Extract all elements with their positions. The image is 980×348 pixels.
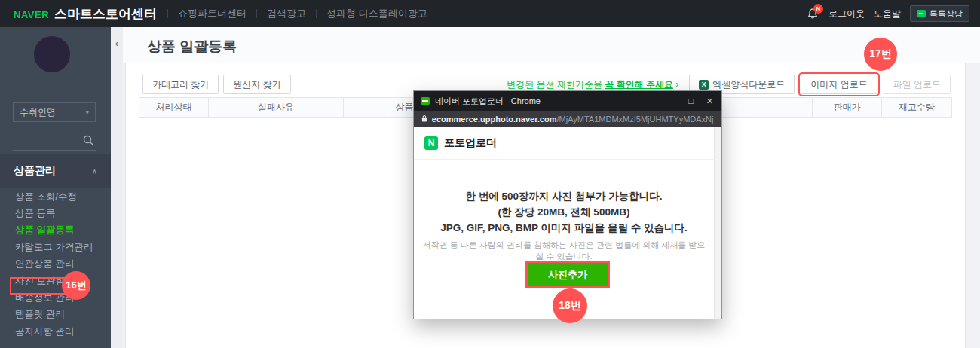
recipient-name-select-value: 수취인명 — [20, 106, 56, 119]
photo-uploader-popup: 네이버 포토업로더 - Chrome — □ ✕ ecommerce.uppho… — [413, 90, 722, 319]
talk-bubble-icon — [917, 10, 926, 17]
sidebar-menu: 상품 조회/수정 상품 등록 상품 일괄등록 카탈로그 가격관리 연관상품 관리… — [0, 188, 111, 340]
nav-divider — [256, 9, 257, 18]
popup-url-domain: ecommerce.upphoto.naver.com — [432, 114, 557, 124]
sidebar-item-notice-management[interactable]: 공지사항 관리 — [0, 323, 111, 340]
lock-icon — [421, 114, 427, 123]
image-upload-button[interactable]: 이미지 업로드 — [801, 75, 877, 94]
page-title: 상품 일괄등록 — [147, 37, 237, 56]
popup-titlebar[interactable]: 네이버 포토업로더 - Chrome — □ ✕ — [414, 91, 721, 111]
sidebar-search-input[interactable] — [13, 131, 96, 151]
upload-instructions: 한 번에 500장까지 사진 첨부가 가능합니다. (한 장당 20MB, 전체… — [421, 188, 706, 236]
uploader-app-name: 포토업로더 — [444, 136, 497, 150]
chrome-window-icon — [421, 97, 430, 105]
nav-shopping-partner-center[interactable]: 쇼핑파트너센터 — [178, 7, 247, 20]
sidebar-section-label: 상품관리 — [14, 164, 56, 178]
option-limit-notice-link[interactable]: 변경된 옵션 제한기준을 꼭 확인해 주세요 › — [507, 78, 678, 91]
help-link[interactable]: 도움말 — [874, 8, 901, 20]
find-origin-button[interactable]: 원산지 찾기 — [223, 75, 290, 94]
excel-template-download-label: 엑셀양식다운로드 — [712, 78, 785, 91]
table-header-sale-price: 판매가 — [813, 98, 882, 117]
sidebar-item-product-bulk-register[interactable]: 상품 일괄등록 — [0, 222, 111, 239]
sidebar-section-product-management[interactable]: 상품관리 ∧ — [0, 154, 111, 188]
sidebar-item-product-register[interactable]: 상품 등록 — [0, 205, 111, 221]
instruction-line-3: JPG, GIF, PNG, BMP 이미지 파일을 올릴 수 있습니다. — [421, 220, 706, 236]
popup-address-bar[interactable]: ecommerce.upphoto.naver.com/MjAyMTA1MDMx… — [414, 111, 721, 127]
screen: NAVER 스마트스토어센터 쇼핑파트너센터 검색광고 성과형 디스플레이광고 … — [0, 0, 980, 348]
annotation-step17-badge: 17번 — [864, 38, 897, 71]
copyright-disclaimer: 저작권 등 다른 사람의 권리를 침해하는 사진은 관련 법률에 의해 제재를 … — [421, 240, 706, 262]
table-header-fail-reason: 실패사유 — [209, 98, 344, 117]
notice-underlined-text: 꼭 확인해 주세요 — [605, 79, 673, 90]
minimize-icon[interactable]: — — [667, 97, 675, 105]
table-header-stock-quantity: 재고수량 — [882, 98, 951, 117]
chevron-down-icon: ▾ — [85, 108, 89, 116]
uploader-header: N 포토업로더 — [414, 127, 721, 160]
notification-badge: N — [813, 4, 823, 14]
nav-divider — [316, 9, 317, 18]
nav-search-ad[interactable]: 검색광고 — [267, 7, 306, 20]
maximize-icon[interactable]: □ — [688, 97, 694, 105]
logout-link[interactable]: 로그아웃 — [828, 8, 865, 20]
naver-n-logo: N — [424, 136, 438, 150]
annotation-step16-badge: 16번 — [62, 271, 90, 300]
sidebar-collapse-strip: ‹ — [111, 27, 123, 348]
popup-url-path: /MjAyMTA1MDMxMzI5MjUHMTYyMDAxNjkxNjI1NQ.… — [557, 114, 715, 124]
naver-logo: NAVER — [14, 9, 49, 20]
avatar[interactable] — [34, 36, 70, 72]
sidebar-item-related-product-management[interactable]: 연관상품 관리 — [0, 256, 111, 273]
sidebar-item-product-search-edit[interactable]: 상품 조회/수정 — [0, 188, 111, 205]
notification-bell-icon[interactable]: N — [806, 7, 819, 20]
chevron-up-icon: ∧ — [92, 167, 97, 176]
file-upload-button[interactable]: 파일 업로드 — [884, 75, 951, 94]
talk-consult-button[interactable]: 톡톡상담 — [910, 5, 969, 22]
close-icon[interactable]: ✕ — [706, 97, 713, 105]
sidebar-item-template-management[interactable]: 템플릿 관리 — [0, 307, 111, 323]
nav-divider — [167, 9, 168, 18]
annotation-step18-badge: 18번 — [553, 288, 587, 323]
page-title-band: 상품 일괄등록 — [123, 27, 980, 63]
talk-consult-label: 톡톡상담 — [929, 8, 963, 20]
table-header-status: 처리상태 — [139, 98, 209, 117]
add-photo-button[interactable]: 사진추가 — [528, 263, 608, 286]
service-title: 스마트스토어센터 — [54, 5, 157, 23]
notice-arrow-icon: › — [675, 79, 678, 90]
sidebar: 수취인명 ▾ 상품관리 ∧ 상품 조회/수정 상품 등록 상품 일괄등록 카탈로… — [0, 27, 111, 348]
recipient-name-select[interactable]: 수취인명 ▾ — [13, 102, 96, 122]
notice-text: 변경된 옵션 제한기준을 — [507, 79, 602, 90]
instruction-line-1: 한 번에 500장까지 사진 첨부가 가능합니다. — [421, 188, 706, 204]
topbar-right: N 로그아웃 도움말 톡톡상담 — [806, 5, 969, 22]
excel-icon: X — [699, 80, 709, 90]
top-nav: 쇼핑파트너센터 검색광고 성과형 디스플레이광고 — [167, 7, 437, 20]
collapse-sidebar-icon[interactable]: ‹ — [111, 38, 123, 49]
popup-scrollbar[interactable] — [714, 127, 721, 319]
instruction-line-2: (한 장당 20MB, 전체 500MB) — [421, 204, 706, 220]
popup-window-title: 네이버 포토업로더 - Chrome — [435, 96, 667, 107]
brand[interactable]: NAVER 스마트스토어센터 — [14, 5, 157, 23]
sidebar-item-catalog-price-management[interactable]: 카탈로그 가격관리 — [0, 239, 111, 255]
search-icon — [82, 134, 94, 146]
topbar: NAVER 스마트스토어센터 쇼핑파트너센터 검색광고 성과형 디스플레이광고 … — [0, 0, 980, 27]
find-category-button[interactable]: 카테고리 찾기 — [142, 75, 219, 94]
panel-left-buttons: 카테고리 찾기 원산지 찾기 — [142, 75, 291, 94]
popup-url: ecommerce.upphoto.naver.com/MjAyMTA1MDMx… — [432, 114, 714, 124]
annotation-step16-outline — [10, 277, 67, 295]
nav-performance-display-ad[interactable]: 성과형 디스플레이광고 — [326, 7, 427, 20]
window-controls: — □ ✕ — [667, 97, 713, 105]
